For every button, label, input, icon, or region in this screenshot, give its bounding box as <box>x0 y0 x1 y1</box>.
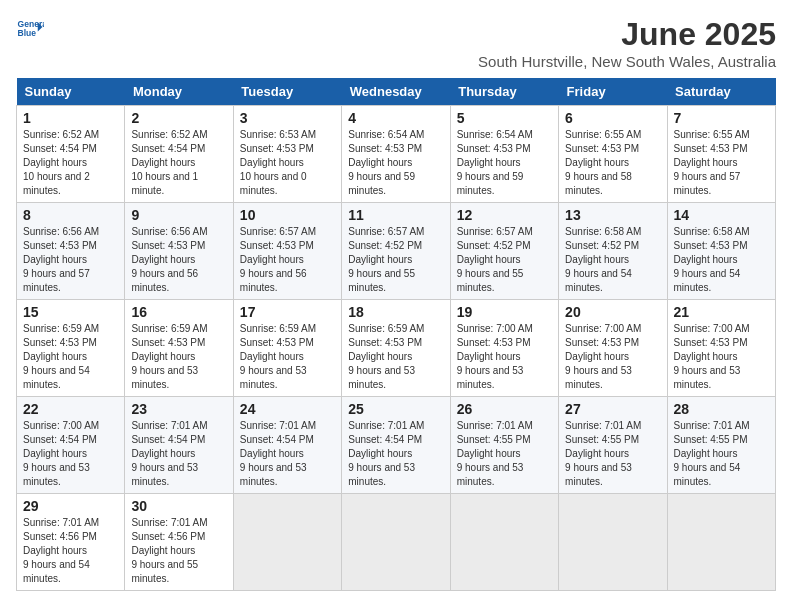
calendar-cell: 16 Sunrise: 6:59 AMSunset: 4:53 PMDaylig… <box>125 300 233 397</box>
calendar-cell: 19 Sunrise: 7:00 AMSunset: 4:53 PMDaylig… <box>450 300 558 397</box>
day-info: Sunrise: 7:00 AMSunset: 4:53 PMDaylight … <box>674 323 750 390</box>
calendar-cell: 1 Sunrise: 6:52 AMSunset: 4:54 PMDayligh… <box>17 106 125 203</box>
main-title: June 2025 <box>478 16 776 53</box>
day-number: 24 <box>240 401 335 417</box>
day-info: Sunrise: 7:00 AMSunset: 4:53 PMDaylight … <box>565 323 641 390</box>
day-info: Sunrise: 7:01 AMSunset: 4:56 PMDaylight … <box>131 517 207 584</box>
calendar-cell: 14 Sunrise: 6:58 AMSunset: 4:53 PMDaylig… <box>667 203 775 300</box>
calendar-cell: 29 Sunrise: 7:01 AMSunset: 4:56 PMDaylig… <box>17 494 125 591</box>
day-info: Sunrise: 7:01 AMSunset: 4:54 PMDaylight … <box>348 420 424 487</box>
calendar-cell: 8 Sunrise: 6:56 AMSunset: 4:53 PMDayligh… <box>17 203 125 300</box>
calendar-cell <box>233 494 341 591</box>
calendar-header-row: SundayMondayTuesdayWednesdayThursdayFrid… <box>17 78 776 106</box>
calendar-table: SundayMondayTuesdayWednesdayThursdayFrid… <box>16 78 776 591</box>
day-header-thursday: Thursday <box>450 78 558 106</box>
calendar-cell: 20 Sunrise: 7:00 AMSunset: 4:53 PMDaylig… <box>559 300 667 397</box>
calendar-cell: 10 Sunrise: 6:57 AMSunset: 4:53 PMDaylig… <box>233 203 341 300</box>
calendar-cell: 15 Sunrise: 6:59 AMSunset: 4:53 PMDaylig… <box>17 300 125 397</box>
day-number: 27 <box>565 401 660 417</box>
calendar-week-row: 22 Sunrise: 7:00 AMSunset: 4:54 PMDaylig… <box>17 397 776 494</box>
day-info: Sunrise: 6:55 AMSunset: 4:53 PMDaylight … <box>674 129 750 196</box>
day-number: 4 <box>348 110 443 126</box>
day-number: 3 <box>240 110 335 126</box>
calendar-cell: 13 Sunrise: 6:58 AMSunset: 4:52 PMDaylig… <box>559 203 667 300</box>
title-area: June 2025 South Hurstville, New South Wa… <box>478 16 776 70</box>
calendar-cell: 5 Sunrise: 6:54 AMSunset: 4:53 PMDayligh… <box>450 106 558 203</box>
day-info: Sunrise: 6:58 AMSunset: 4:52 PMDaylight … <box>565 226 641 293</box>
day-number: 15 <box>23 304 118 320</box>
calendar-week-row: 8 Sunrise: 6:56 AMSunset: 4:53 PMDayligh… <box>17 203 776 300</box>
header: General Blue June 2025 South Hurstville,… <box>16 16 776 70</box>
calendar-cell: 4 Sunrise: 6:54 AMSunset: 4:53 PMDayligh… <box>342 106 450 203</box>
calendar-cell: 6 Sunrise: 6:55 AMSunset: 4:53 PMDayligh… <box>559 106 667 203</box>
day-number: 9 <box>131 207 226 223</box>
day-info: Sunrise: 6:56 AMSunset: 4:53 PMDaylight … <box>131 226 207 293</box>
day-number: 12 <box>457 207 552 223</box>
calendar-cell <box>342 494 450 591</box>
day-number: 19 <box>457 304 552 320</box>
day-info: Sunrise: 7:01 AMSunset: 4:55 PMDaylight … <box>565 420 641 487</box>
calendar-cell: 27 Sunrise: 7:01 AMSunset: 4:55 PMDaylig… <box>559 397 667 494</box>
calendar-cell: 11 Sunrise: 6:57 AMSunset: 4:52 PMDaylig… <box>342 203 450 300</box>
day-number: 7 <box>674 110 769 126</box>
calendar-cell: 25 Sunrise: 7:01 AMSunset: 4:54 PMDaylig… <box>342 397 450 494</box>
calendar-cell: 23 Sunrise: 7:01 AMSunset: 4:54 PMDaylig… <box>125 397 233 494</box>
calendar-body: 1 Sunrise: 6:52 AMSunset: 4:54 PMDayligh… <box>17 106 776 591</box>
day-header-saturday: Saturday <box>667 78 775 106</box>
calendar-week-row: 1 Sunrise: 6:52 AMSunset: 4:54 PMDayligh… <box>17 106 776 203</box>
calendar-cell: 7 Sunrise: 6:55 AMSunset: 4:53 PMDayligh… <box>667 106 775 203</box>
day-info: Sunrise: 6:53 AMSunset: 4:53 PMDaylight … <box>240 129 316 196</box>
calendar-cell: 18 Sunrise: 6:59 AMSunset: 4:53 PMDaylig… <box>342 300 450 397</box>
calendar-cell: 28 Sunrise: 7:01 AMSunset: 4:55 PMDaylig… <box>667 397 775 494</box>
day-info: Sunrise: 7:01 AMSunset: 4:55 PMDaylight … <box>674 420 750 487</box>
day-info: Sunrise: 6:52 AMSunset: 4:54 PMDaylight … <box>23 129 99 196</box>
day-number: 8 <box>23 207 118 223</box>
day-info: Sunrise: 6:57 AMSunset: 4:52 PMDaylight … <box>457 226 533 293</box>
day-number: 20 <box>565 304 660 320</box>
calendar-cell <box>559 494 667 591</box>
calendar-cell: 26 Sunrise: 7:01 AMSunset: 4:55 PMDaylig… <box>450 397 558 494</box>
day-number: 28 <box>674 401 769 417</box>
day-info: Sunrise: 6:58 AMSunset: 4:53 PMDaylight … <box>674 226 750 293</box>
day-number: 25 <box>348 401 443 417</box>
day-number: 26 <box>457 401 552 417</box>
day-header-wednesday: Wednesday <box>342 78 450 106</box>
day-info: Sunrise: 7:00 AMSunset: 4:54 PMDaylight … <box>23 420 99 487</box>
day-info: Sunrise: 7:01 AMSunset: 4:54 PMDaylight … <box>240 420 316 487</box>
calendar-cell: 3 Sunrise: 6:53 AMSunset: 4:53 PMDayligh… <box>233 106 341 203</box>
day-header-friday: Friday <box>559 78 667 106</box>
day-number: 17 <box>240 304 335 320</box>
day-info: Sunrise: 7:01 AMSunset: 4:54 PMDaylight … <box>131 420 207 487</box>
day-info: Sunrise: 6:59 AMSunset: 4:53 PMDaylight … <box>348 323 424 390</box>
calendar-cell: 12 Sunrise: 6:57 AMSunset: 4:52 PMDaylig… <box>450 203 558 300</box>
day-number: 29 <box>23 498 118 514</box>
day-header-tuesday: Tuesday <box>233 78 341 106</box>
calendar-cell: 24 Sunrise: 7:01 AMSunset: 4:54 PMDaylig… <box>233 397 341 494</box>
calendar-cell <box>667 494 775 591</box>
day-info: Sunrise: 6:59 AMSunset: 4:53 PMDaylight … <box>131 323 207 390</box>
day-number: 16 <box>131 304 226 320</box>
day-info: Sunrise: 6:59 AMSunset: 4:53 PMDaylight … <box>23 323 99 390</box>
calendar-cell: 22 Sunrise: 7:00 AMSunset: 4:54 PMDaylig… <box>17 397 125 494</box>
calendar-cell: 9 Sunrise: 6:56 AMSunset: 4:53 PMDayligh… <box>125 203 233 300</box>
day-number: 14 <box>674 207 769 223</box>
day-number: 11 <box>348 207 443 223</box>
calendar-week-row: 29 Sunrise: 7:01 AMSunset: 4:56 PMDaylig… <box>17 494 776 591</box>
calendar-cell: 17 Sunrise: 6:59 AMSunset: 4:53 PMDaylig… <box>233 300 341 397</box>
subtitle: South Hurstville, New South Wales, Austr… <box>478 53 776 70</box>
calendar-cell: 30 Sunrise: 7:01 AMSunset: 4:56 PMDaylig… <box>125 494 233 591</box>
day-number: 22 <box>23 401 118 417</box>
day-header-sunday: Sunday <box>17 78 125 106</box>
day-number: 13 <box>565 207 660 223</box>
day-number: 6 <box>565 110 660 126</box>
logo-icon: General Blue <box>16 16 44 44</box>
day-number: 23 <box>131 401 226 417</box>
day-number: 21 <box>674 304 769 320</box>
day-info: Sunrise: 7:01 AMSunset: 4:56 PMDaylight … <box>23 517 99 584</box>
logo: General Blue <box>16 16 44 44</box>
calendar-week-row: 15 Sunrise: 6:59 AMSunset: 4:53 PMDaylig… <box>17 300 776 397</box>
day-number: 5 <box>457 110 552 126</box>
day-info: Sunrise: 6:54 AMSunset: 4:53 PMDaylight … <box>348 129 424 196</box>
calendar-cell <box>450 494 558 591</box>
day-info: Sunrise: 6:56 AMSunset: 4:53 PMDaylight … <box>23 226 99 293</box>
